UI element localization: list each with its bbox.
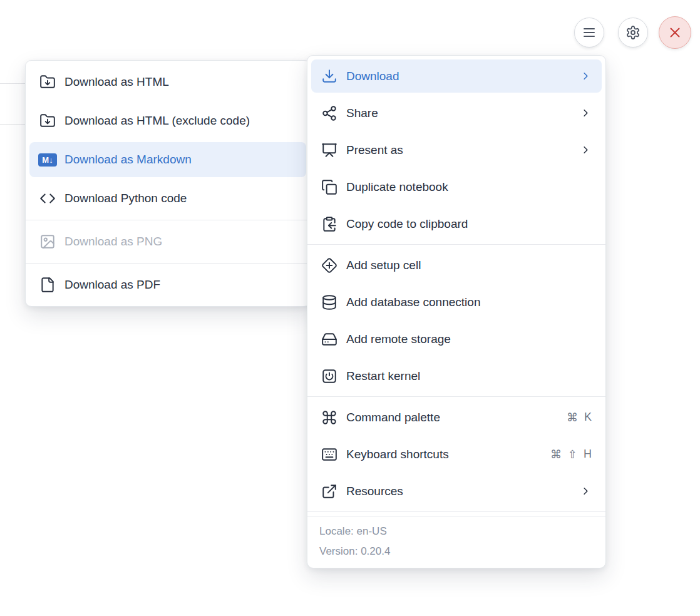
file-icon — [39, 277, 56, 293]
shortcut-key: ⌘ — [550, 448, 562, 461]
menu-item-duplicate-notebook[interactable]: Duplicate notebook — [311, 170, 602, 203]
chevron-right-icon — [580, 70, 592, 82]
menu-item-download[interactable]: Download — [311, 59, 602, 93]
background-rule-line — [0, 124, 25, 125]
menu-item-download-as-html-exclude-code[interactable]: Download as HTML (exclude code) — [29, 103, 306, 138]
menu-item-resources[interactable]: Resources — [311, 475, 602, 508]
hard-drive-icon — [321, 331, 337, 347]
menu-separator — [26, 263, 310, 264]
diamond-plus-icon — [321, 257, 337, 274]
gear-icon — [625, 25, 641, 40]
shortcut-key: H — [584, 448, 592, 461]
menu-item-add-setup-cell[interactable]: Add setup cell — [311, 249, 602, 282]
folder-down-icon — [39, 113, 56, 129]
menu-item-share[interactable]: Share — [311, 96, 602, 130]
power-icon — [321, 368, 337, 384]
download-submenu: Download as HTML Download as HTML (exclu… — [25, 60, 311, 307]
notebook-menu: Download Share Present as Duplicate note… — [307, 55, 606, 568]
code-icon — [39, 190, 56, 207]
menu-item-present-as[interactable]: Present as — [311, 133, 602, 167]
clipboard-copy-icon — [321, 216, 337, 232]
notebook-menu-button[interactable] — [574, 18, 604, 48]
menu-item-add-remote-storage[interactable]: Add remote storage — [311, 322, 602, 356]
menu-separator — [307, 244, 605, 245]
hamburger-icon — [582, 25, 597, 40]
external-link-icon — [321, 483, 337, 500]
menu-item-keyboard-shortcuts[interactable]: Keyboard shortcuts ⌘⇧H — [311, 438, 602, 471]
download-icon — [321, 68, 337, 85]
markdown-icon: M↓ — [39, 151, 56, 168]
menu-item-copy-code-to-clipboard[interactable]: Copy code to clipboard — [311, 207, 602, 240]
menu-item-download-as-html[interactable]: Download as HTML — [29, 64, 306, 100]
version-text: Version: 0.20.4 — [319, 545, 594, 558]
shutdown-button[interactable] — [659, 16, 691, 49]
menu-item-download-python-code[interactable]: Download Python code — [29, 181, 306, 216]
shortcut-key: ⌘ — [567, 411, 578, 424]
menu-item-add-database-connection[interactable]: Add database connection — [311, 285, 602, 319]
locale-text: Locale: en-US — [319, 525, 594, 538]
menu-item-command-palette[interactable]: Command palette ⌘K — [311, 401, 602, 434]
copy-icon — [321, 179, 337, 195]
image-icon — [39, 234, 56, 250]
app-canvas: Download as HTML Download as HTML (exclu… — [0, 0, 700, 616]
menu-item-download-as-markdown[interactable]: M↓ Download as Markdown — [29, 142, 306, 177]
menu-item-download-as-png[interactable]: Download as PNG — [29, 224, 306, 259]
menu-footer: Locale: en-US Version: 0.20.4 — [307, 516, 605, 568]
markdown-badge: M↓ — [38, 153, 57, 167]
menu-item-download-as-pdf[interactable]: Download as PDF — [29, 267, 306, 302]
close-icon — [667, 24, 683, 41]
database-icon — [321, 294, 337, 311]
folder-down-icon — [39, 74, 56, 90]
menu-item-restart-kernel[interactable]: Restart kernel — [311, 359, 602, 393]
background-rule-line — [0, 83, 25, 84]
command-icon — [321, 409, 337, 426]
shortcut-key: ⇧ — [568, 448, 577, 461]
menu-separator — [26, 220, 310, 220]
chevron-right-icon — [580, 107, 592, 119]
share-icon — [321, 105, 337, 121]
presentation-icon — [321, 142, 337, 158]
shortcut-key: K — [584, 411, 592, 424]
menu-separator — [307, 396, 605, 397]
settings-button[interactable] — [618, 18, 648, 48]
chevron-right-icon — [580, 485, 592, 497]
chevron-right-icon — [580, 144, 592, 156]
menu-separator — [307, 511, 605, 512]
keyboard-icon — [321, 446, 337, 463]
